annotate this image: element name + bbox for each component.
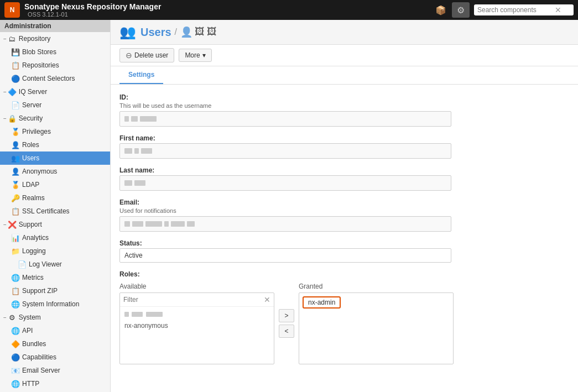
- transfer-right-button[interactable]: >: [279, 309, 294, 322]
- toggle-security: −: [3, 116, 7, 122]
- delete-user-button[interactable]: ⊖ Delete user: [119, 48, 174, 62]
- capabilities-label: Capabilities: [22, 353, 56, 361]
- realms-label: Realms: [22, 194, 45, 202]
- firstname-input[interactable]: [119, 143, 451, 159]
- support-zip-label: Support ZIP: [22, 287, 58, 295]
- gear-icon[interactable]: ⚙: [452, 2, 470, 18]
- http-label: HTTP: [22, 380, 39, 388]
- sidebar-item-repositories[interactable]: 📋 Repositories: [0, 59, 110, 72]
- roles-available-item-nx-anonymous[interactable]: nx-anonymous: [120, 320, 274, 331]
- granted-list-box: nx-admin: [299, 292, 454, 364]
- granted-col: Granted nx-admin: [299, 283, 454, 364]
- system-information-label: System Information: [22, 300, 79, 308]
- anonymous-icon: 👤: [11, 167, 20, 176]
- sidebar-item-email-server[interactable]: 📧 Email Server: [0, 364, 110, 377]
- sidebar-item-server[interactable]: 📄 Server: [0, 98, 110, 112]
- sidebar-item-http[interactable]: 🌐 HTTP: [0, 377, 110, 390]
- roles-filter: ✕: [120, 293, 274, 307]
- sidebar-header: Administration: [0, 20, 110, 32]
- sidebar-group-repository: − 🗂 Repository 💾 Blob Stores 📋 Repositor…: [0, 32, 110, 85]
- roles-filter-input[interactable]: [123, 296, 264, 304]
- system-information-icon: 🌐: [11, 300, 20, 309]
- sidebar-group-header-security[interactable]: − 🔒 Security: [0, 112, 110, 125]
- id-input[interactable]: [119, 111, 451, 127]
- field-email: Email: Used for notifications: [119, 198, 569, 232]
- api-icon: 🌐: [11, 326, 20, 335]
- granted-item-nx-admin[interactable]: nx-admin: [303, 296, 341, 309]
- sidebar-item-system-information[interactable]: 🌐 System Information: [0, 297, 110, 311]
- app-subtitle: OSS 3.12.1-01: [28, 11, 161, 18]
- sidebar-item-logging[interactable]: 📁 Logging: [0, 244, 110, 258]
- firstname-label: First name:: [119, 134, 569, 142]
- tab-settings[interactable]: Settings: [119, 66, 163, 84]
- sidebar-item-capabilities[interactable]: 🔵 Capabilities: [0, 351, 110, 364]
- transfer-left-button[interactable]: <: [279, 325, 294, 338]
- iq-server-icon: 🔷: [8, 87, 17, 96]
- sidebar-item-metrics[interactable]: 🌐 Metrics: [0, 271, 110, 284]
- field-id: ID: This will be used as the username: [119, 93, 569, 127]
- status-input[interactable]: [119, 248, 451, 263]
- sidebar-item-blob-stores[interactable]: 💾 Blob Stores: [0, 45, 110, 59]
- more-button[interactable]: More ▾: [179, 49, 211, 62]
- available-list-box: ✕ nx-anonymous: [119, 292, 274, 364]
- main-layout: Administration − 🗂 Repository 💾 Blob Sto…: [0, 20, 578, 392]
- sidebar-item-api[interactable]: 🌐 API: [0, 324, 110, 337]
- breadcrumb-icon-1: 👤: [180, 26, 192, 38]
- email-input[interactable]: [119, 216, 451, 232]
- sidebar-item-bundles[interactable]: 🔶 Bundles: [0, 337, 110, 351]
- bundles-label: Bundles: [22, 340, 46, 348]
- capabilities-icon: 🔵: [11, 353, 20, 362]
- security-icon: 🔒: [8, 114, 17, 123]
- ldap-icon: 🏅: [11, 180, 20, 189]
- server-icon: 📄: [11, 101, 20, 109]
- box-icon[interactable]: 📦: [432, 2, 450, 18]
- sidebar-item-ssl-certificates[interactable]: 📋 SSL Certificates: [0, 205, 110, 218]
- sidebar-item-ldap[interactable]: 🏅 LDAP: [0, 178, 110, 191]
- roles-icon: 👤: [11, 140, 20, 149]
- sidebar-item-support-zip[interactable]: 📋 Support ZIP: [0, 284, 110, 297]
- http-icon: 🌐: [11, 379, 20, 388]
- roles-available-blurred-item[interactable]: [120, 309, 274, 320]
- delete-user-label: Delete user: [134, 51, 168, 59]
- content-header: 👥 Users / 👤 🖼 🖼: [111, 20, 578, 45]
- roles-field-label: Roles:: [119, 270, 569, 278]
- top-bar-icons: 📦 ⚙: [432, 2, 470, 18]
- page-title: Users: [140, 26, 171, 39]
- support-zip-icon: 📋: [11, 286, 20, 295]
- sidebar: Administration − 🗂 Repository 💾 Blob Sto…: [0, 20, 111, 392]
- repository-icon: 🗂: [8, 34, 17, 43]
- log-viewer-icon: 📄: [18, 260, 27, 269]
- id-label: ID:: [119, 93, 569, 101]
- toolbar: ⊖ Delete user More ▾: [111, 45, 578, 66]
- sidebar-group-header-support[interactable]: − ❌ Support: [0, 218, 110, 231]
- users-icon: 👥: [11, 154, 20, 163]
- analytics-icon: 📊: [11, 233, 20, 242]
- sidebar-group-header-iq-server[interactable]: − 🔷 IQ Server: [0, 85, 110, 98]
- blob-stores-icon: 💾: [11, 48, 20, 56]
- more-label: More: [185, 51, 200, 59]
- search-box: ✕: [474, 4, 574, 15]
- breadcrumb-icon-3: 🖼: [207, 26, 217, 38]
- sidebar-item-content-selectors[interactable]: 🔵 Content Selectors: [0, 72, 110, 85]
- sidebar-item-realms[interactable]: 🔑 Realms: [0, 191, 110, 205]
- sidebar-item-users[interactable]: 👥 Users: [0, 151, 110, 165]
- sidebar-group-header-repository[interactable]: − 🗂 Repository: [0, 32, 110, 45]
- top-bar: N Sonatype Nexus Repository Manager OSS …: [0, 0, 578, 20]
- search-clear-icon[interactable]: ✕: [555, 6, 561, 14]
- lastname-input[interactable]: [119, 175, 451, 191]
- field-status: Status:: [119, 239, 569, 263]
- breadcrumb-icons: 👤 🖼 🖼: [180, 26, 217, 38]
- sidebar-item-anonymous[interactable]: 👤 Anonymous: [0, 165, 110, 178]
- security-label: Security: [19, 114, 43, 122]
- sidebar-item-privileges[interactable]: 🏅 Privileges: [0, 125, 110, 138]
- search-input[interactable]: [477, 6, 555, 14]
- toggle-repository: −: [3, 36, 7, 42]
- sidebar-item-log-viewer[interactable]: 📄 Log Viewer: [0, 258, 110, 271]
- sidebar-group-header-system[interactable]: − ⚙ System: [0, 311, 110, 324]
- sidebar-item-roles[interactable]: 👤 Roles: [0, 138, 110, 151]
- sidebar-item-analytics[interactable]: 📊 Analytics: [0, 231, 110, 244]
- roles-filter-clear-icon[interactable]: ✕: [264, 295, 270, 304]
- content-header-icon: 👥: [119, 24, 136, 40]
- users-label: Users: [22, 154, 39, 162]
- transfer-buttons: > <: [279, 309, 294, 338]
